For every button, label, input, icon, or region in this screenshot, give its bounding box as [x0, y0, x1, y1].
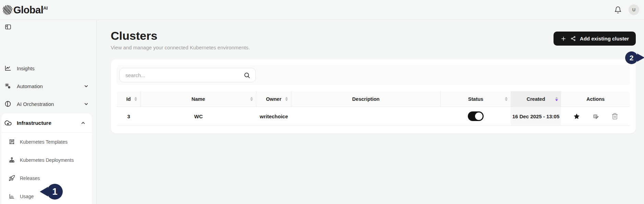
sort-icon-active[interactable]	[555, 97, 558, 101]
logo-text: Global	[13, 4, 43, 16]
annotation-step-1-badge: 1	[47, 184, 63, 200]
logo: Global AI	[3, 4, 48, 16]
table-row: 3 WC writechoice 16 Dec 2025 - 13:05	[117, 107, 630, 126]
hierarchy-icon	[9, 157, 15, 163]
sidebar: Insights Automation	[0, 20, 97, 204]
cell-description	[291, 107, 441, 125]
cell-status	[441, 107, 511, 125]
column-header-actions: Actions	[561, 91, 630, 107]
search-section	[117, 65, 630, 85]
cloud-icon	[4, 119, 12, 127]
column-header-status[interactable]: Status	[441, 91, 511, 107]
main-content: Clusters View and manage your connected …	[97, 20, 644, 204]
status-toggle[interactable]	[468, 111, 484, 121]
sidebar-item-label: Automation	[17, 83, 43, 89]
chart-line-icon	[4, 64, 12, 72]
column-header-id[interactable]: Id	[117, 91, 141, 107]
sidebar-nav: Insights Automation	[0, 59, 96, 204]
plus-icon	[560, 36, 567, 42]
cell-created: 16 Dec 2025 - 13:05	[511, 107, 561, 125]
table-header-row: Id Name Owner Description	[117, 91, 630, 107]
search-icon[interactable]	[243, 72, 251, 79]
sidebar-item-infrastructure[interactable]: Infrastructure	[1, 113, 92, 132]
cell-id: 3	[117, 107, 141, 125]
notifications-bell-icon[interactable]	[614, 6, 622, 14]
sidebar-item-label: Insights	[17, 65, 35, 71]
rocket-icon	[9, 175, 15, 181]
page-subtitle: View and manage your connected Kubernete…	[111, 45, 250, 50]
chevron-down-icon	[84, 101, 89, 107]
sidebar-item-label: Usage	[20, 194, 34, 199]
clusters-card: Id Name Owner Description	[111, 59, 636, 133]
chevron-up-icon	[81, 120, 86, 125]
add-existing-cluster-button[interactable]: Add existing cluster	[554, 32, 636, 46]
sidebar-item-label: Kubernetes Deployments	[20, 157, 74, 163]
template-frame-icon	[9, 139, 15, 145]
chevron-down-icon	[84, 84, 89, 89]
sidebar-collapse-icon[interactable]	[4, 23, 12, 32]
app-root: Global AI U	[0, 0, 644, 204]
logo-superscript: AI	[43, 6, 48, 10]
add-existing-cluster-label: Add existing cluster	[580, 36, 629, 41]
annotation-step-2-number: 2	[630, 54, 634, 62]
sidebar-item-label: Releases	[20, 176, 40, 181]
sidebar-item-label: Infrastructure	[17, 120, 51, 126]
sidebar-item-ai-orchestration[interactable]: AI Orchestration	[0, 95, 96, 113]
delete-trash-icon[interactable]	[611, 113, 618, 120]
sidebar-item-label: Kubernetes Templates	[20, 139, 68, 145]
column-header-description: Description	[291, 91, 441, 107]
sidebar-item-releases[interactable]: Releases	[1, 169, 92, 187]
cell-owner: writechoice	[256, 107, 291, 125]
clusters-table: Id Name Owner Description	[117, 91, 630, 126]
user-avatar[interactable]: U	[629, 4, 639, 15]
sort-icon[interactable]	[505, 97, 508, 101]
column-header-created[interactable]: Created	[511, 91, 561, 107]
sidebar-item-insights[interactable]: Insights	[0, 59, 96, 77]
toggle-knob	[475, 112, 483, 120]
sort-icon[interactable]	[250, 97, 253, 101]
app-header: Global AI U	[0, 0, 644, 20]
brain-icon	[4, 100, 12, 108]
page-title: Clusters	[111, 29, 157, 43]
edit-icon[interactable]	[592, 113, 599, 120]
logo-globe-icon	[3, 5, 12, 15]
bar-chart-icon	[9, 193, 15, 200]
gears-icon	[4, 82, 12, 90]
share-network-icon	[570, 36, 576, 41]
annotation-step-1-number: 1	[52, 187, 57, 197]
cell-name: WC	[141, 107, 256, 125]
sort-icon[interactable]	[134, 97, 137, 101]
search-input-wrapper	[119, 68, 256, 82]
sidebar-item-label: AI Orchestration	[17, 101, 54, 107]
column-header-owner[interactable]: Owner	[256, 91, 291, 107]
search-input[interactable]	[120, 72, 243, 78]
sort-icon[interactable]	[285, 97, 288, 101]
cell-actions	[561, 107, 630, 125]
sidebar-item-automation[interactable]: Automation	[0, 77, 96, 95]
sidebar-item-kubernetes-deployments[interactable]: Kubernetes Deployments	[1, 151, 92, 169]
column-header-name[interactable]: Name	[141, 91, 256, 107]
sidebar-item-kubernetes-templates[interactable]: Kubernetes Templates	[1, 133, 92, 151]
favorite-star-icon[interactable]	[573, 113, 580, 120]
annotation-step-2-badge: 2	[625, 51, 638, 64]
